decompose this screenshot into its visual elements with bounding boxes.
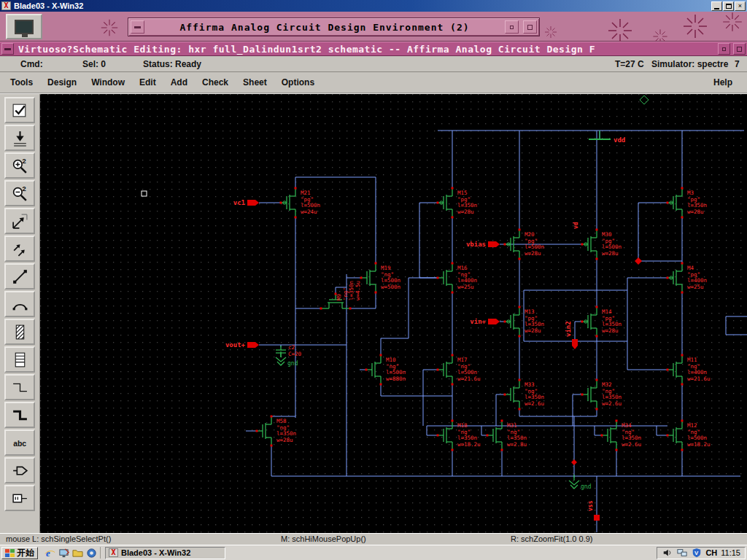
system-tray: V CH 11:15 [657,547,746,559]
menu-dash-icon [4,48,11,50]
antivirus-icon[interactable]: V [691,548,702,559]
svg-text:vin+: vin+ [470,318,486,325]
xwin32-icon: X [1,1,11,10]
arc-tool[interactable] [4,291,35,317]
wire-wide-tool[interactable] [4,402,35,428]
input-language-indicator[interactable]: CH [705,548,717,557]
window-title-bar: X Blade03 - X-Win32 × [0,0,747,12]
svg-text:vdd: vdd [614,136,625,144]
maximize-icon [726,4,732,9]
schematic-svg[interactable]: M21"pg"l=500nw=24uM15"pg"l=350nw=28uM3"p… [40,94,747,533]
minimize-icon [510,26,514,29]
mouse-binding-right: R: schZoomFit(1.0 0.9) [511,534,592,543]
stretch-tool[interactable] [4,208,35,234]
svg-text:gnd: gnd [581,483,592,490]
svg-text:C=20: C=20 [288,351,302,357]
folder-icon[interactable] [71,547,83,559]
virtuoso-status-bar: Cmd: Sel: 0 Status: Ready T=27 C Simulat… [0,56,747,72]
media-icon[interactable] [85,547,97,559]
menu-window[interactable]: Window [91,77,125,88]
svg-text:abc: abc [13,439,26,447]
mouse-binding-left: mouse L: schSingleSelectPt() [6,534,111,543]
svg-text:V: V [694,550,699,556]
ade-minimize-button[interactable] [505,20,519,34]
pin-vout+[interactable]: vout+ [225,341,259,349]
mouse-bindings-bar: mouse L: schSingleSelectPt() M: schHiMou… [0,533,747,545]
menu-dash-icon [134,26,141,28]
pin-tool[interactable] [4,457,35,483]
windows-taskbar: 开始 e X Blade03 - X-Win32 V CH 11:15 [0,545,747,560]
schematic-canvas[interactable]: M21"pg"l=500nw=24uM15"pg"l=350nw=28uM3"p… [40,94,747,533]
svg-text:vc1: vc1 [233,199,245,206]
ade-window-title: Affirma Analog Circuit Design Environmen… [147,22,503,33]
wire-narrow-tool[interactable] [4,374,35,400]
descend-tool[interactable] [4,125,35,151]
svg-text:vout+: vout+ [225,341,246,349]
svg-text:2: 2 [22,185,26,192]
maximize-icon [527,25,533,30]
instance-tool[interactable] [4,485,35,511]
menu-tools[interactable]: Tools [10,77,33,88]
menu-help[interactable]: Help [713,77,732,88]
internet-explorer-icon[interactable]: e [44,547,55,559]
close-button[interactable]: × [735,1,746,11]
minimize-button[interactable] [711,1,722,11]
menu-sheet[interactable]: Sheet [243,77,267,88]
xwin32-icon: X [109,548,118,557]
pin-vin+[interactable]: vin+ [470,318,500,325]
minimize-icon [722,47,726,51]
route-tool[interactable] [4,319,35,345]
start-label: 开始 [17,547,34,559]
task-label: Blade03 - X-Win32 [121,548,190,557]
network-icon[interactable] [676,548,687,559]
check-tool[interactable] [4,97,35,123]
svg-text:e: e [45,548,50,559]
menu-check[interactable]: Check [202,77,228,88]
menu-add[interactable]: Add [171,77,187,88]
line-tool[interactable] [4,263,35,289]
menu-options[interactable]: Options [282,77,314,88]
virtuoso-maximize-button[interactable] [733,43,746,55]
menu-design[interactable]: Design [47,77,77,88]
virtuoso-minimize-button[interactable] [718,43,730,55]
simulator-name: Simulator: spectre [651,59,728,69]
svg-text:vin2: vin2 [565,321,572,337]
svg-text:2: 2 [22,158,26,165]
mouse-binding-middle: M: schHiMousePopUp() [281,534,366,543]
virtuoso-window-title: Virtuoso?Schematic Editing: hxr full_Dal… [18,44,716,55]
copy-tool[interactable] [4,236,35,262]
start-button[interactable]: 开始 [1,547,38,559]
xserver-button[interactable] [6,14,42,39]
virtuoso-menu-bar: ToolsDesignWindowEditAddCheckSheetOption… [0,72,747,94]
virtuoso-title-bar[interactable]: Virtuoso?Schematic Editing: hxr full_Dal… [0,42,747,56]
maximize-icon [737,47,742,52]
cmd-label: Cmd: [20,59,43,69]
show-desktop-icon[interactable] [58,547,69,559]
net-label-vss: vss [587,500,594,511]
svg-text:gnd: gnd [287,360,298,367]
label-tool[interactable]: abc [4,429,35,456]
zoom-in-2-tool[interactable]: 2 [4,152,35,179]
windows-logo-icon [5,549,15,557]
volume-icon[interactable] [662,548,673,559]
zoom-out-2-tool[interactable]: 2 [4,180,35,206]
virtuoso-menu-button[interactable] [1,43,14,55]
minimize-icon [714,8,719,9]
bus-tool[interactable] [4,346,35,373]
ade-window-titlebar[interactable]: Affirma Analog Circuit Design Environmen… [128,18,540,36]
maximize-button[interactable] [723,1,734,11]
svg-text:c2: c2 [288,344,295,351]
net-label-vd: vd [573,222,579,229]
ade-maximize-button[interactable] [523,20,537,34]
taskbar-task-xwin32[interactable]: X Blade03 - X-Win32 [105,547,225,559]
svg-text:vbias: vbias [466,241,486,248]
status-extra: 7 [735,59,740,69]
xwin32-toolbar: Affirma Analog Circuit Design Environmen… [0,12,747,42]
junction-node [594,515,600,521]
tool-palette: 22abc [0,94,40,533]
menu-edit[interactable]: Edit [139,77,156,88]
close-icon: × [738,2,742,9]
ade-menu-button[interactable] [131,20,144,34]
quick-launch: e [41,547,101,559]
pin-vbias[interactable]: vbias [466,241,500,248]
